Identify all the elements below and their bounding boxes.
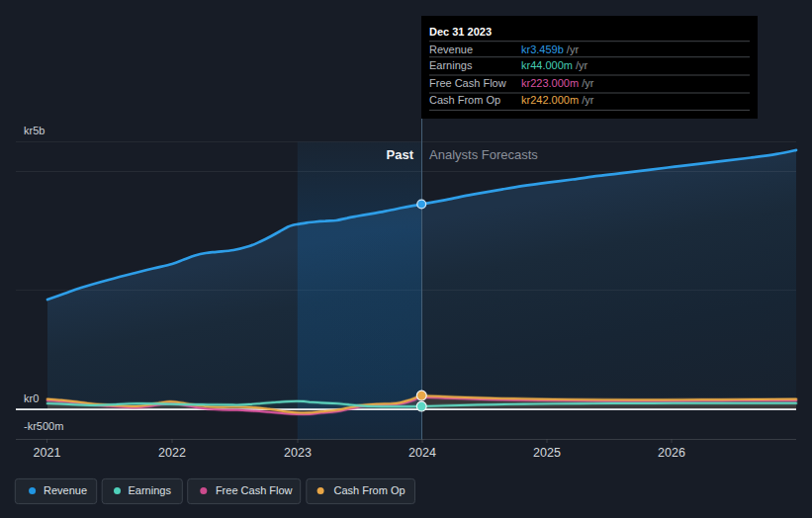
- svg-text:Cash From Op: Cash From Op: [334, 484, 406, 496]
- svg-text:kr5b: kr5b: [24, 125, 45, 136]
- svg-text:2024: 2024: [408, 446, 436, 460]
- svg-text:kr44.000m /yr: kr44.000m /yr: [521, 59, 588, 71]
- svg-text:Earnings: Earnings: [429, 59, 473, 71]
- svg-text:Dec 31 2023: Dec 31 2023: [429, 26, 492, 38]
- svg-text:Analysts Forecasts: Analysts Forecasts: [429, 147, 538, 162]
- svg-text:kr0: kr0: [24, 392, 39, 404]
- svg-text:-kr500m: -kr500m: [24, 420, 63, 432]
- svg-text:2025: 2025: [533, 446, 561, 460]
- svg-text:2021: 2021: [34, 446, 61, 460]
- svg-text:Past: Past: [387, 147, 414, 162]
- svg-text:2026: 2026: [658, 446, 685, 460]
- svg-text:Earnings: Earnings: [129, 484, 172, 496]
- svg-text:kr223.000m /yr: kr223.000m /yr: [521, 77, 594, 89]
- svg-text:Revenue: Revenue: [429, 43, 473, 55]
- svg-text:Free Cash Flow: Free Cash Flow: [216, 484, 293, 496]
- svg-text:kr3.459b /yr: kr3.459b /yr: [521, 43, 579, 55]
- svg-text:Revenue: Revenue: [44, 484, 87, 496]
- svg-text:2022: 2022: [158, 446, 186, 460]
- svg-text:Free Cash Flow: Free Cash Flow: [429, 77, 506, 89]
- svg-text:2023: 2023: [284, 446, 312, 460]
- svg-text:Cash From Op: Cash From Op: [429, 94, 500, 106]
- svg-text:kr242.000m /yr: kr242.000m /yr: [521, 94, 594, 106]
